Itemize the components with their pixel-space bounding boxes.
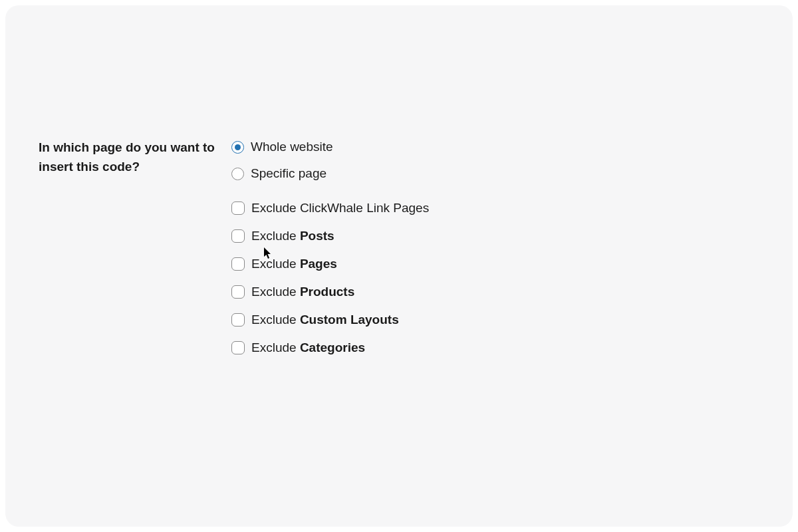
- radio-whole-website[interactable]: Whole website: [231, 140, 759, 154]
- checkbox-label: Exclude Posts: [251, 229, 334, 243]
- checkbox-indicator: [231, 229, 245, 243]
- checkbox-indicator: [231, 341, 245, 354]
- checkbox-exclude-clickwhale-link-pages[interactable]: Exclude ClickWhale Link Pages: [231, 201, 759, 215]
- radio-specific-page[interactable]: Specific page: [231, 166, 759, 181]
- checkbox-label: Exclude Categories: [251, 340, 365, 355]
- checkbox-label: Exclude Products: [251, 285, 354, 299]
- checkbox-exclude-custom-layouts[interactable]: Exclude Custom Layouts: [231, 313, 759, 327]
- checkbox-indicator: [231, 313, 245, 327]
- exclude-checkbox-group: Exclude ClickWhale Link Pages Exclude Po…: [231, 201, 759, 355]
- checkbox-exclude-posts[interactable]: Exclude Posts: [231, 229, 759, 243]
- radio-indicator: [231, 141, 244, 154]
- radio-label: Whole website: [251, 140, 333, 154]
- checkbox-indicator: [231, 257, 245, 271]
- radio-indicator: [231, 168, 244, 180]
- page-scope-radio-group: Whole website Specific page: [231, 140, 759, 181]
- checkbox-exclude-products[interactable]: Exclude Products: [231, 285, 759, 299]
- checkbox-exclude-pages[interactable]: Exclude Pages: [231, 257, 759, 271]
- settings-panel: In which page do you want to insert this…: [5, 5, 793, 527]
- checkbox-indicator: [231, 201, 245, 215]
- radio-label: Specific page: [251, 166, 327, 181]
- checkbox-label: Exclude Pages: [251, 257, 337, 271]
- checkbox-indicator: [231, 285, 245, 299]
- checkbox-exclude-categories[interactable]: Exclude Categories: [231, 340, 759, 355]
- options-column: Whole website Specific page Exclude Clic…: [231, 138, 759, 368]
- checkbox-label: Exclude ClickWhale Link Pages: [251, 201, 429, 215]
- question-label: In which page do you want to insert this…: [39, 138, 231, 176]
- form-row: In which page do you want to insert this…: [39, 138, 759, 368]
- checkbox-label: Exclude Custom Layouts: [251, 313, 399, 327]
